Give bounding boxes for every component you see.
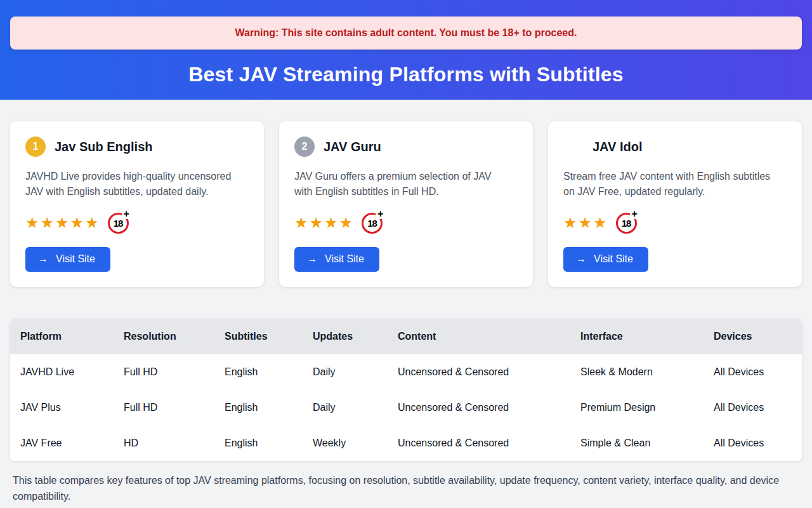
card-description: JAVHD Live provides high-quality uncenso…: [25, 169, 241, 199]
comparison-table: Platform Resolution Subtitles Updates Co…: [10, 319, 802, 461]
table-cell: Full HD: [114, 354, 214, 390]
platform-card-jav-sub-english: 1 Jav Sub English JAVHD Live provides hi…: [10, 121, 264, 287]
table-cell: All Devices: [704, 354, 802, 390]
star-rating-icon: ★★★★: [294, 215, 354, 231]
table-cell: Uncensored & Censored: [388, 354, 570, 390]
rating-row: ★★★★ 18 +: [294, 211, 518, 234]
table-cell: JAVHD Live: [10, 354, 114, 390]
table-cell: Full HD: [114, 390, 214, 425]
table-cell: Premium Design: [570, 390, 704, 425]
visit-site-button[interactable]: → Visit Site: [294, 247, 379, 272]
adult-warning-banner: Warning: This site contains adult conten…: [10, 17, 802, 50]
column-header-interface: Interface: [570, 319, 704, 354]
table-cell: English: [214, 425, 303, 461]
platform-card-jav-guru: 2 JAV Guru JAV Guru offers a premium sel…: [279, 121, 533, 287]
card-header: JAV Idol: [563, 137, 787, 157]
table-row-jav-plus: JAV Plus Full HD English Daily Uncensore…: [10, 390, 802, 425]
visit-site-label: Visit Site: [594, 253, 633, 265]
rank-1-badge: 1: [25, 137, 46, 157]
column-header-updates: Updates: [303, 319, 388, 354]
card-title: JAV Guru: [324, 140, 381, 154]
adult-18plus-icon: 18 +: [362, 213, 383, 234]
star-rating-icon: ★★★★★: [25, 215, 100, 231]
table-cell: Weekly: [303, 425, 388, 461]
table-cell: Uncensored & Censored: [388, 425, 570, 461]
arrow-right-icon: →: [307, 254, 317, 264]
visit-site-button[interactable]: → Visit Site: [563, 247, 648, 272]
platform-cards-row: 1 Jav Sub English JAVHD Live provides hi…: [10, 121, 802, 287]
column-header-resolution: Resolution: [114, 319, 214, 354]
card-header: 1 Jav Sub English: [25, 137, 249, 157]
column-header-devices: Devices: [704, 319, 802, 354]
rating-row: ★★★ 18 +: [563, 211, 787, 234]
adult-18plus-icon: 18 +: [616, 213, 637, 234]
table-cell: All Devices: [704, 390, 802, 425]
column-header-platform: Platform: [10, 319, 114, 354]
visit-site-label: Visit Site: [325, 253, 364, 265]
table-cell: JAV Plus: [10, 390, 114, 425]
table-row-javhd-live: JAVHD Live Full HD English Daily Uncenso…: [10, 354, 802, 390]
table-cell: All Devices: [704, 425, 802, 461]
card-description: JAV Guru offers a premium selection of J…: [294, 169, 510, 199]
card-header: 2 JAV Guru: [294, 137, 518, 157]
arrow-right-icon: →: [38, 254, 48, 264]
table-cell: HD: [114, 425, 214, 461]
table-cell: Sleek & Modern: [570, 354, 704, 390]
adult-18plus-icon: 18 +: [108, 213, 129, 234]
table-cell: English: [214, 354, 303, 390]
table-cell: Uncensored & Censored: [388, 390, 570, 425]
comparison-table-container: Platform Resolution Subtitles Updates Co…: [10, 319, 802, 461]
table-header-row: Platform Resolution Subtitles Updates Co…: [10, 319, 802, 354]
column-header-subtitles: Subtitles: [214, 319, 303, 354]
table-description-note: This table compares key features of top …: [13, 473, 783, 505]
card-description: Stream free JAV content with English sub…: [563, 169, 779, 199]
table-cell: Daily: [303, 354, 388, 390]
visit-site-label: Visit Site: [56, 253, 95, 265]
rank-2-badge: 2: [294, 137, 315, 157]
table-cell: JAV Free: [10, 425, 114, 461]
rating-row: ★★★★★ 18 +: [25, 211, 249, 234]
table-cell: Simple & Clean: [570, 425, 704, 461]
table-row-jav-free: JAV Free HD English Weekly Uncensored & …: [10, 425, 802, 461]
arrow-right-icon: →: [576, 254, 586, 264]
table-cell: Daily: [303, 390, 388, 425]
platform-card-jav-idol: JAV Idol Stream free JAV content with En…: [548, 121, 802, 287]
card-title: JAV Idol: [593, 140, 643, 154]
warning-text: Warning: This site contains adult conten…: [235, 27, 577, 39]
main-content: 1 Jav Sub English JAVHD Live provides hi…: [0, 121, 812, 505]
card-title: Jav Sub English: [55, 140, 152, 154]
visit-site-button[interactable]: → Visit Site: [25, 247, 110, 272]
star-rating-icon: ★★★: [563, 215, 608, 231]
page-title: Best JAV Streaming Platforms with Subtit…: [10, 63, 802, 86]
column-header-content: Content: [388, 319, 570, 354]
table-cell: English: [214, 390, 303, 425]
page-header: Warning: This site contains adult conten…: [0, 0, 812, 100]
